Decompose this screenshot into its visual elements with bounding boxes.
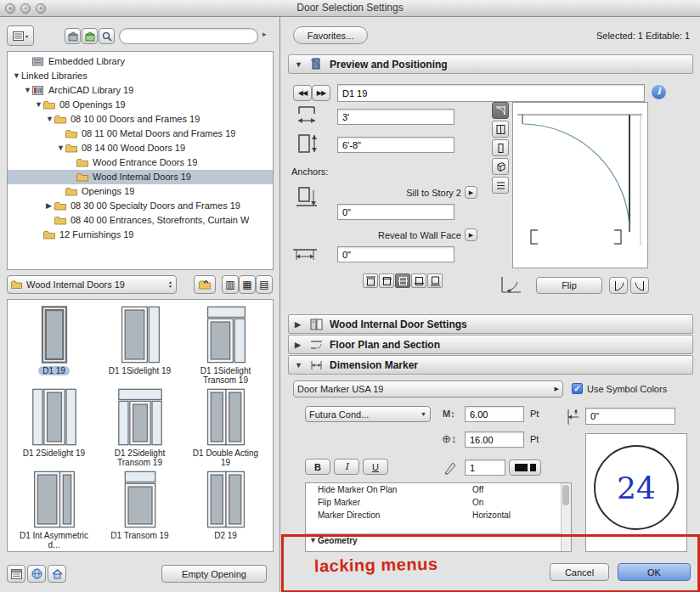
thumb-d1-19[interactable]: D1 19	[11, 304, 97, 386]
library-pin-button[interactable]	[65, 28, 81, 44]
door-asymmetric-icon	[31, 469, 78, 529]
cancel-button[interactable]: Cancel	[550, 563, 609, 581]
reveal-value-field[interactable]	[337, 246, 454, 262]
pen-color-button[interactable]	[509, 460, 541, 476]
font-size-icon: M↕	[443, 409, 455, 419]
tree-item-archicad-library-19[interactable]: ▼ArchiCAD Library 19	[8, 83, 273, 98]
view-list-button[interactable]: ▤	[256, 275, 273, 294]
marker-offset-field[interactable]	[585, 408, 675, 425]
tree-item-wood-entrance-doors-19[interactable]: Wood Entrance Doors 19	[8, 155, 273, 170]
tree-item-12-furnishings-19[interactable]: 12 Furnishings 19	[8, 228, 273, 242]
disclosure-open-icon[interactable]: ▼	[57, 141, 65, 155]
prev-item-button[interactable]: ◀◀	[293, 85, 312, 101]
library-search-input[interactable]	[119, 28, 258, 44]
disclosure-open-icon[interactable]: ▼	[309, 534, 318, 547]
thumb-d2-19[interactable]: D2 19	[183, 469, 268, 550]
view-columns-button[interactable]: ▥	[222, 275, 239, 294]
bold-button[interactable]: B	[305, 459, 330, 475]
scrollbar-thumb[interactable]	[562, 485, 569, 505]
library-search-button[interactable]	[99, 28, 115, 44]
folder-up-button[interactable]	[194, 275, 216, 294]
toolbar-overflow-icon[interactable]: ▸	[262, 30, 267, 38]
thumb-d1-2sidelight-transom-19[interactable]: D1 2Sidelight Transom 19	[97, 386, 183, 468]
tree-item-08-openings-19[interactable]: ▼08 Openings 19	[8, 98, 273, 112]
marker-style-select[interactable]: Door Marker USA 19 ▶	[293, 381, 563, 397]
anchor-mode-3-button[interactable]	[395, 273, 410, 288]
info-button[interactable]: i	[652, 85, 666, 99]
underline-button[interactable]: U	[363, 459, 388, 475]
tree-item-embedded-library[interactable]: Embedded Library	[8, 54, 273, 69]
thumb-d1-1sidelight-19[interactable]: D1 1Sidelight 19	[97, 304, 183, 386]
flip-button[interactable]: Flip	[536, 277, 602, 294]
ok-button[interactable]: OK	[618, 563, 691, 581]
library-view-options-button[interactable]: ▾	[7, 25, 34, 46]
disclosure-open-icon[interactable]: ▼	[13, 69, 21, 83]
section-preview-positioning[interactable]: ▼ Preview and Positioning	[288, 54, 693, 74]
tree-item-08-40-00-entrances-storefronts-curtain-w[interactable]: 08 40 00 Entrances, Storefronts, Curtain…	[8, 213, 273, 228]
embedded-library-icon	[32, 57, 45, 66]
sill-value-field[interactable]	[337, 204, 454, 220]
tree-item-linked-libraries[interactable]: ▼Linked Libraries	[8, 69, 273, 83]
tree-item-wood-internal-doors-19[interactable]: Wood Internal Doors 19	[8, 170, 273, 184]
thumb-d1-1sidelight-transom-19[interactable]: D1 1Sidelight Transom 19	[183, 304, 268, 386]
door-width-field[interactable]	[337, 109, 454, 125]
home-library-button[interactable]	[48, 565, 66, 583]
anchor-mode-1-button[interactable]	[363, 273, 378, 288]
anchor-mode-4-button[interactable]	[411, 273, 426, 288]
pen-number-field[interactable]	[465, 460, 505, 476]
marker-height-field[interactable]	[465, 431, 524, 448]
view-list-button-right[interactable]	[492, 177, 509, 194]
marker-setting-flip-marker[interactable]: Flip MarkerOn	[306, 496, 571, 509]
ok-label: OK	[647, 567, 661, 578]
view-side-button[interactable]	[492, 139, 509, 156]
library-pin-active-button[interactable]	[82, 28, 98, 44]
next-item-button[interactable]: ▶▶	[312, 85, 330, 101]
anchor-mode-2-button[interactable]	[379, 273, 394, 288]
marker-setting-hide-marker-on-plan[interactable]: Hide Marker On PlanOff	[306, 483, 571, 496]
door-name-field[interactable]	[337, 84, 645, 102]
view-elevation-button[interactable]	[492, 121, 509, 138]
current-folder-select[interactable]: Wood Internal Doors 19 ▲▼	[7, 275, 177, 294]
thumb-d1-2sidelight-19[interactable]: D1 2Sidelight 19	[11, 386, 97, 468]
empty-opening-button[interactable]: Empty Opening	[161, 565, 267, 583]
marker-setting-geometry[interactable]: ▼Geometry	[306, 533, 571, 547]
door-height-field[interactable]	[337, 137, 454, 153]
door-preview-canvas[interactable]	[512, 102, 648, 268]
plan-view-icon	[495, 105, 506, 116]
use-symbol-colors-checkbox[interactable]: ✓ Use Symbol Colors	[572, 383, 667, 394]
pen-color-swatch-small	[530, 464, 536, 471]
view-plan-button[interactable]	[492, 102, 509, 119]
mirror-right-button[interactable]	[630, 277, 649, 294]
tree-item-08-10-00-doors-and-frames-19[interactable]: ▼08 10 00 Doors and Frames 19	[8, 112, 273, 127]
thumb-d1-int-asymmetric-d[interactable]: D1 Int Asymmetric d...	[11, 469, 97, 550]
italic-button[interactable]: I	[334, 459, 359, 475]
settings-dialog-button[interactable]	[7, 565, 25, 583]
tree-item-08-30-00-specialty-doors-and-frames-19[interactable]: ▶08 30 00 Specialty Doors and Frames 19	[8, 199, 273, 213]
tree-item-08-11-00-metal-doors-and-frames-19[interactable]: 08 11 00 Metal Doors and Frames 19	[8, 127, 273, 141]
tree-item-openings-19[interactable]: Openings 19	[8, 184, 273, 199]
table-scrollbar[interactable]	[561, 483, 571, 551]
disclosure-open-icon[interactable]: ▼	[35, 98, 43, 112]
disclosure-closed-icon[interactable]: ▶	[46, 199, 54, 213]
bimcomponents-button[interactable]	[27, 565, 46, 583]
mirror-left-button[interactable]	[609, 277, 628, 294]
view-3d-button[interactable]	[492, 158, 509, 175]
marker-font-select[interactable]: Futura Cond... ▼	[305, 406, 431, 422]
favorites-button[interactable]: Favorites...	[293, 26, 368, 44]
section-door-settings[interactable]: ▶ Wood Internal Door Settings	[288, 314, 693, 334]
marker-setting-marker-direction[interactable]: Marker DirectionHorizontal	[306, 509, 571, 522]
reveal-popup-button[interactable]: ▶	[465, 228, 477, 241]
section-dimension-marker[interactable]: ▼ Dimension Marker	[288, 355, 693, 375]
door-sidelight-icon	[116, 304, 164, 364]
tree-item-08-14-00-wood-doors-19[interactable]: ▼08 14 00 Wood Doors 19	[8, 141, 273, 155]
thumb-d1-transom-19[interactable]: D1 Transom 19	[97, 469, 183, 550]
anchor-mode-5-button[interactable]	[427, 273, 443, 288]
title-bar[interactable]: × − + Door Selection Settings	[0, 0, 700, 17]
thumb-d1-double-acting-19[interactable]: D1 Double Acting 19	[183, 386, 268, 468]
disclosure-open-icon[interactable]: ▼	[24, 83, 32, 98]
view-grid-button[interactable]: ▦	[239, 275, 256, 294]
disclosure-open-icon[interactable]: ▼	[46, 112, 54, 127]
marker-font-size-field[interactable]	[465, 406, 524, 422]
sill-anchor-popup-button[interactable]: ▶	[465, 186, 477, 199]
section-floor-plan[interactable]: ▶ Floor Plan and Section	[288, 335, 693, 354]
